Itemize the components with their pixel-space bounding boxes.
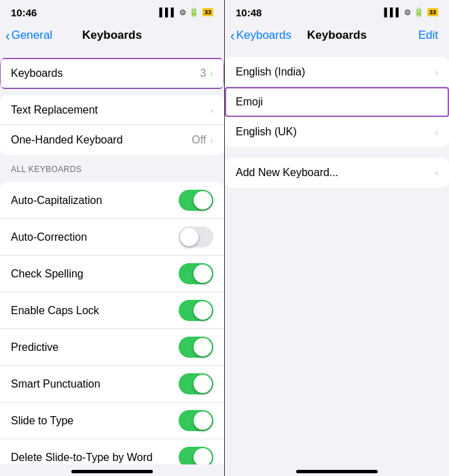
predictive-label: Predictive [11,341,179,354]
wifi-icon: ⊜ [179,7,186,17]
caps-lock-label: Enable Caps Lock [11,305,179,317]
smart-punct-thumb [194,375,212,393]
settings-group: Text Replacement › One-Handed Keyboard O… [0,95,224,155]
english-india-right: › [435,67,438,78]
text-replacement-right: › [210,105,213,116]
slide-type-row: Slide to Type [0,403,224,439]
left-nav-bar: ‹ General Keyboards [0,22,224,52]
check-spelling-row: Check Spelling [0,256,224,292]
auto-cap-label: Auto-Capitalization [11,194,179,207]
keyboards-chevron: › [210,68,213,79]
auto-correct-row: Auto-Correction [0,219,224,256]
right-phone-screen: 10:48 ▌▌▌ ⊜ 🔋 33 ‹ Keyboards Keyboards E… [225,0,449,476]
right-back-arrow-icon: ‹ [230,29,235,42]
slide-type-toggle[interactable] [179,410,213,431]
text-replacement-label: Text Replacement [11,104,210,116]
text-replacement-chevron: › [210,105,213,116]
english-india-chevron: › [435,67,438,78]
caps-lock-row: Enable Caps Lock [0,292,224,329]
signal-icon: ▌▌▌ [159,7,177,17]
one-handed-row[interactable]: One-Handed Keyboard Off › [0,125,224,155]
check-spelling-thumb [194,265,212,283]
left-back-label: General [12,29,52,42]
add-keyboard-group: Add New Keyboard... › [225,158,449,188]
auto-correct-label: Auto-Correction [11,231,179,243]
check-spelling-label: Check Spelling [11,268,179,280]
left-home-bar [71,470,153,473]
right-content: English (India) › Emoji English (UK) › A… [225,52,449,464]
predictive-thumb [194,338,212,356]
auto-correct-toggle[interactable] [179,226,213,248]
keyboards-row-right: 3 › [200,67,213,80]
smart-punct-row: Smart Punctuation [0,366,224,403]
emoji-label: Emoji [236,96,438,108]
one-handed-label: One-Handed Keyboard [11,134,192,146]
right-home-bar [296,470,378,473]
caps-lock-thumb [194,301,212,320]
left-status-icons: ▌▌▌ ⊜ 🔋 33 [159,7,213,17]
add-keyboard-right: › [435,167,438,178]
add-keyboard-row[interactable]: Add New Keyboard... › [225,158,449,188]
auto-cap-thumb [194,191,212,209]
edit-button[interactable]: Edit [418,29,438,42]
right-home-indicator [225,464,449,476]
auto-cap-toggle[interactable] [179,190,213,211]
left-home-indicator [0,464,224,476]
left-phone-screen: 10:46 ▌▌▌ ⊜ 🔋 33 ‹ General Keyboards Key… [0,0,224,476]
caps-lock-toggle[interactable] [179,300,213,321]
battery-icon: 🔋 [189,7,199,17]
add-keyboard-label: Add New Keyboard... [236,167,435,179]
right-status-icons: ▌▌▌ ⊜ 🔋 33 [384,7,438,17]
left-back-button[interactable]: ‹ General [5,29,52,42]
predictive-row: Predictive [0,329,224,366]
english-uk-row[interactable]: English (UK) › [225,117,449,147]
english-uk-right: › [435,126,438,137]
left-status-bar: 10:46 ▌▌▌ ⊜ 🔋 33 [0,0,224,22]
keyboards-count: 3 [200,67,206,80]
delete-slide-row: Delete Slide-to-Type by Word [0,439,224,464]
keyboards-row[interactable]: Keyboards 3 › [0,58,224,88]
text-replacement-row[interactable]: Text Replacement › [0,95,224,125]
keyboards-row-label: Keyboards [11,67,200,80]
back-arrow-icon: ‹ [5,29,10,42]
all-keyboards-header: ALL KEYBOARDS [0,160,224,177]
right-battery-icon: 🔋 [414,7,424,17]
keyboards-list-group: English (India) › Emoji English (UK) › [225,57,449,147]
check-spelling-toggle[interactable] [179,263,213,284]
english-india-row[interactable]: English (India) › [225,57,449,87]
right-battery-badge: 33 [427,8,438,16]
toggles-group: Auto-Capitalization Auto-Correction Chec… [0,182,224,464]
one-handed-value: Off [192,134,206,146]
delete-slide-toggle[interactable] [179,447,213,464]
delete-slide-label: Delete Slide-to-Type by Word [11,452,179,464]
left-nav-title: Keyboards [82,29,142,42]
right-signal-icon: ▌▌▌ [384,7,401,17]
one-handed-chevron: › [210,135,213,146]
english-uk-label: English (UK) [236,126,435,138]
slide-type-label: Slide to Type [11,415,179,427]
auto-cap-row: Auto-Capitalization [0,182,224,219]
delete-slide-thumb [194,448,212,464]
auto-correct-thumb [180,228,198,246]
right-nav-bar: ‹ Keyboards Keyboards Edit [225,22,449,52]
emoji-row[interactable]: Emoji [225,87,449,117]
english-uk-chevron: › [435,126,438,137]
add-keyboard-chevron: › [435,167,438,178]
right-wifi-icon: ⊜ [404,7,411,17]
right-status-time: 10:48 [236,7,262,18]
right-nav-title: Keyboards [307,29,367,42]
slide-type-thumb [194,411,212,430]
right-status-bar: 10:48 ▌▌▌ ⊜ 🔋 33 [225,0,449,22]
left-status-time: 10:46 [11,7,37,18]
left-content: Keyboards 3 › Text Replacement › One-Han… [0,52,224,464]
smart-punct-label: Smart Punctuation [11,378,179,390]
smart-punct-toggle[interactable] [179,373,213,394]
right-back-label: Keyboards [236,29,291,42]
predictive-toggle[interactable] [179,337,213,358]
battery-badge: 33 [202,8,213,16]
english-india-label: English (India) [236,66,435,78]
one-handed-right: Off › [192,134,213,146]
right-back-button[interactable]: ‹ Keyboards [230,29,291,42]
